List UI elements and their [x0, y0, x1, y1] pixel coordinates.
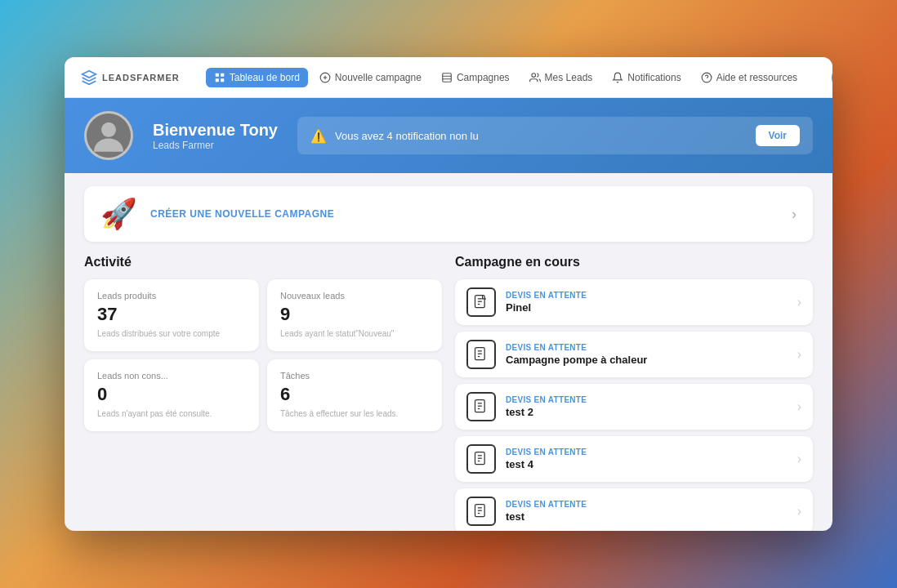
campaign-chevron-3: › — [797, 452, 801, 466]
campaign-name-2: test 2 — [506, 406, 788, 418]
main-nav: Tableau de bord Nouvelle campagne Campag… — [206, 68, 806, 87]
campaign-status-4: DEVIS EN ATTENTE — [506, 500, 788, 509]
welcome-avatar-icon — [87, 114, 131, 158]
stat-leads-non-cons-desc: Leads n'ayant pas été consulte. — [97, 408, 246, 420]
nav-campaigns-label: Campagnes — [457, 72, 510, 83]
campaigns-title: Campagne en cours — [455, 255, 813, 270]
campaign-item-0[interactable]: DEVIS EN ATTENTE Pinel › — [455, 279, 813, 325]
stat-nouveaux-leads-number: 9 — [280, 304, 429, 325]
stat-taches-number: 6 — [280, 384, 429, 405]
campaign-chevron-2: › — [797, 399, 801, 414]
campaign-icon-3 — [466, 444, 496, 474]
users-icon — [529, 72, 541, 83]
campaign-chevron-4: › — [797, 504, 801, 519]
activity-section: Activité Leads produits 37 Leads distrib… — [84, 255, 442, 531]
stat-nouveaux-leads-desc: Leads ayant le statut"Nouveau" — [280, 328, 429, 340]
document-icon — [473, 294, 489, 310]
svg-rect-1 — [221, 73, 224, 76]
welcome-avatar — [84, 111, 133, 160]
notification-message: Vous avez 4 notification non lu — [335, 130, 748, 142]
create-campaign-card[interactable]: 🚀 CRÉER UNE NOUVELLE CAMPAGNE › — [84, 186, 813, 242]
stat-leads-non-cons: Leads non cons... 0 Leads n'ayant pas ét… — [84, 359, 259, 431]
document-icon-2 — [473, 399, 489, 415]
campaign-item-4[interactable]: DEVIS EN ATTENTE test › — [455, 488, 813, 531]
rocket-icon: 🚀 — [100, 199, 137, 229]
campaign-status-2: DEVIS EN ATTENTE — [506, 395, 788, 404]
user-avatar[interactable] — [832, 64, 832, 91]
main-content: 🚀 CRÉER UNE NOUVELLE CAMPAGNE › Activité… — [65, 173, 832, 531]
logo-text: LEADSFARMER — [102, 73, 180, 82]
campaign-name-4: test — [506, 510, 788, 523]
list-icon — [441, 72, 453, 83]
campaign-name-1: Campagne pompe à chaleur — [506, 354, 788, 366]
campaign-details-2: DEVIS EN ATTENTE test 2 — [506, 395, 788, 418]
topbar: LEADSFARMER Tableau de bord Nouvelle cam… — [65, 57, 832, 98]
campaign-icon-2 — [466, 392, 496, 421]
svg-rect-3 — [221, 78, 224, 82]
document-icon-1 — [473, 346, 489, 363]
nav-item-dashboard[interactable]: Tableau de bord — [206, 68, 308, 87]
document-icon-3 — [473, 451, 489, 467]
welcome-greeting: Bienvenue Tony — [153, 121, 278, 140]
campaign-item-1[interactable]: DEVIS EN ATTENTE Campagne pompe à chaleu… — [455, 332, 813, 377]
help-circle-icon — [701, 72, 712, 83]
create-campaign-label: CRÉER UNE NOUVELLE CAMPAGNE — [150, 208, 779, 220]
nav-new-campaign-label: Nouvelle campagne — [335, 72, 422, 83]
welcome-text: Bienvenue Tony Leads Farmer — [153, 121, 278, 151]
logo-icon — [81, 69, 97, 86]
svg-rect-2 — [215, 78, 218, 82]
stat-taches-desc: Tâches à effectuer sur les leads. — [280, 408, 429, 420]
campaign-icon-0 — [466, 287, 496, 317]
campaign-icon-4 — [466, 497, 496, 526]
campaign-name-3: test 4 — [506, 458, 788, 470]
campaigns-list: DEVIS EN ATTENTE Pinel › DEVIS EN ATTEN — [455, 279, 813, 531]
campaign-name-0: Pinel — [506, 301, 788, 314]
stat-taches: Tâches 6 Tâches à effectuer sur les lead… — [267, 359, 442, 431]
stat-leads-produits: Leads produits 37 Leads distribués sur v… — [84, 279, 259, 351]
campaigns-section: Campagne en cours DEVIS EN ATTENTE Pinel — [455, 255, 813, 531]
svg-rect-7 — [443, 73, 452, 82]
nav-item-help[interactable]: Aide et ressources — [693, 68, 806, 87]
nav-item-notifications[interactable]: Notifications — [604, 68, 689, 87]
nav-my-leads-label: Mes Leads — [545, 72, 593, 83]
nav-help-label: Aide et ressources — [716, 72, 797, 83]
campaign-icon-1 — [466, 340, 496, 369]
activity-title: Activité — [84, 255, 442, 270]
voir-button[interactable]: Voir — [756, 125, 800, 146]
stat-leads-non-cons-number: 0 — [97, 384, 246, 405]
nav-notifications-label: Notifications — [627, 72, 681, 83]
welcome-subtitle: Leads Farmer — [153, 140, 278, 151]
campaign-chevron-0: › — [797, 295, 801, 310]
notification-bar: ⚠️ Vous avez 4 notification non lu Voir — [297, 117, 813, 154]
document-icon-4 — [473, 503, 489, 519]
campaign-details-3: DEVIS EN ATTENTE test 4 — [506, 448, 788, 470]
grid-icon — [214, 72, 225, 83]
stat-nouveaux-leads-label: Nouveaux leads — [280, 291, 429, 301]
stat-leads-produits-number: 37 — [97, 304, 246, 325]
campaign-details-0: DEVIS EN ATTENTE Pinel — [506, 291, 788, 314]
stat-nouveaux-leads: Nouveaux leads 9 Leads ayant le statut"N… — [267, 279, 442, 351]
nav-item-new-campaign[interactable]: Nouvelle campagne — [311, 68, 430, 87]
campaign-item-3[interactable]: DEVIS EN ATTENTE test 4 › — [455, 436, 813, 482]
welcome-banner: Bienvenue Tony Leads Farmer ⚠️ Vous avez… — [65, 98, 832, 173]
campaign-details-1: DEVIS EN ATTENTE Campagne pompe à chaleu… — [506, 343, 788, 366]
plus-circle-icon — [319, 72, 331, 83]
campaign-item-2[interactable]: DEVIS EN ATTENTE test 2 › — [455, 384, 813, 430]
nav-dashboard-label: Tableau de bord — [230, 72, 300, 83]
nav-item-my-leads[interactable]: Mes Leads — [521, 68, 601, 87]
svg-point-10 — [532, 73, 536, 77]
campaign-status-1: DEVIS EN ATTENTE — [506, 343, 788, 352]
logo: LEADSFARMER — [81, 69, 180, 86]
stat-leads-produits-desc: Leads distribués sur votre compte — [97, 328, 246, 340]
stat-leads-produits-label: Leads produits — [97, 291, 246, 301]
svg-rect-0 — [215, 73, 218, 76]
svg-point-15 — [101, 122, 116, 137]
campaign-details-4: DEVIS EN ATTENTE test — [506, 500, 788, 523]
stat-taches-label: Tâches — [280, 371, 429, 381]
nav-item-campaigns[interactable]: Campagnes — [433, 68, 518, 87]
warning-icon: ⚠️ — [310, 128, 327, 144]
campaign-chevron-1: › — [797, 347, 801, 362]
campaign-status-0: DEVIS EN ATTENTE — [506, 291, 788, 300]
bell-icon — [612, 72, 623, 83]
stats-grid: Leads produits 37 Leads distribués sur v… — [84, 279, 442, 431]
